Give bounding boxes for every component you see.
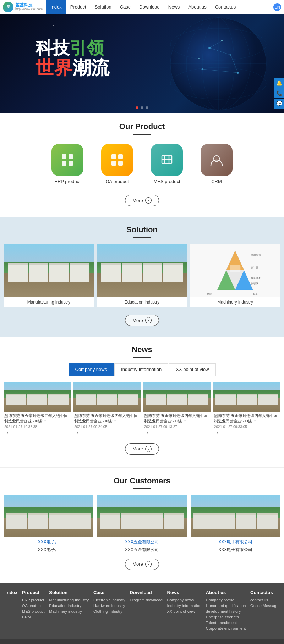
footer-item-erp[interactable]: ERP product bbox=[22, 598, 45, 602]
svg-rect-25 bbox=[118, 161, 123, 166]
footer-item-enterprise-strength[interactable]: Enterprise strength bbox=[206, 615, 246, 619]
news-line bbox=[133, 357, 151, 358]
footer-item-talent[interactable]: Talent recruitment bbox=[206, 621, 246, 625]
product-item-erp[interactable]: ERP product bbox=[51, 144, 83, 184]
hero-sidebar-btns: 🔔 📞 💬 bbox=[274, 78, 284, 109]
footer-col-title-product[interactable]: Product bbox=[22, 590, 45, 595]
news-date-3: 2021-01-27 09:13:27 bbox=[144, 425, 210, 429]
customers-title: Our Customers bbox=[0, 476, 284, 485]
svg-rect-19 bbox=[69, 154, 73, 159]
footer-item-xx-view[interactable]: XX point of view bbox=[167, 609, 202, 614]
news-item-3[interactable]: 墨德东莞 五金家居连续四年入选中国制造业民营企业500强12 2021-01-2… bbox=[143, 382, 211, 437]
news-item-2[interactable]: 墨德东莞 五金家居连续四年入选中国制造业民营企业500强12 2021-01-2… bbox=[73, 382, 141, 437]
news-arrow-3: → bbox=[144, 430, 210, 435]
solution-item-machinery[interactable]: 智能制造 管理 服务 云计算 移动商务 物联网 Machinery indust… bbox=[190, 244, 280, 307]
news-title: News bbox=[0, 345, 284, 354]
news-date-4: 2021-01-27 09:33:05 bbox=[214, 425, 280, 429]
products-title: Our Product bbox=[0, 122, 284, 131]
solution-item-education[interactable]: Education industry bbox=[97, 244, 187, 307]
footer-item-oa[interactable]: OA product bbox=[22, 604, 45, 608]
hero-dot-1[interactable] bbox=[136, 106, 138, 109]
customer-img-2 bbox=[97, 495, 187, 537]
nav-item-about[interactable]: About us bbox=[184, 0, 211, 14]
footer-item-mes[interactable]: MES product bbox=[22, 609, 45, 614]
footer-item-dev-history[interactable]: development history bbox=[206, 609, 246, 614]
navbar: 基 基基科技 http://www.xxx.com Index Product … bbox=[0, 0, 284, 14]
product-icon-erp bbox=[51, 144, 83, 176]
news-tab-industry[interactable]: Industry information bbox=[114, 363, 168, 376]
footer-col-title-case[interactable]: Case bbox=[93, 590, 125, 595]
footer-item-machinery[interactable]: Machinery industry bbox=[49, 609, 89, 614]
message-btn[interactable]: 💬 bbox=[274, 99, 284, 109]
news-tab-company[interactable]: Company news bbox=[69, 363, 114, 376]
svg-rect-21 bbox=[69, 161, 73, 166]
nav-item-index[interactable]: Index bbox=[46, 0, 66, 14]
news-item-1[interactable]: 墨德东莞 五金家居连续四年入选中国制造业民营企业500强12 2021-01-2… bbox=[4, 382, 71, 437]
footer-col-title-index[interactable]: Index bbox=[5, 590, 17, 595]
footer-item-crm[interactable]: CRM bbox=[22, 615, 45, 619]
footer-item-hardware[interactable]: Hardware industry bbox=[93, 604, 125, 608]
hero-dot-3[interactable] bbox=[146, 106, 148, 109]
products-more: More › bbox=[0, 191, 284, 213]
customer-name-1: XXX电子厂 bbox=[4, 547, 93, 553]
customers-more-btn[interactable]: More › bbox=[125, 559, 159, 570]
footer-col-title-solution[interactable]: Solution bbox=[49, 590, 89, 595]
nav-item-case[interactable]: Case bbox=[116, 0, 135, 14]
footer-item-mfg[interactable]: Manufacturing Industry bbox=[49, 598, 89, 602]
customer-link-1[interactable]: XXX电子厂 bbox=[4, 537, 93, 547]
customer-name-2: XXX五金有限公司 bbox=[97, 547, 187, 553]
footer-item-online-message[interactable]: Online Message bbox=[250, 604, 279, 608]
product-item-oa[interactable]: OA product bbox=[101, 144, 133, 184]
footer-col-title-contact[interactable]: Contactus bbox=[250, 590, 279, 595]
footer-col-title-download[interactable]: Download bbox=[130, 590, 162, 595]
customer-img-3 bbox=[191, 495, 280, 537]
footer-item-contact-us[interactable]: contact us bbox=[250, 598, 279, 602]
nav-item-solution[interactable]: Solution bbox=[91, 0, 116, 14]
nav-item-news[interactable]: News bbox=[164, 0, 184, 14]
lang-switch[interactable]: EN bbox=[273, 3, 281, 11]
footer-col-contact: Contactus contact us Online Message bbox=[250, 590, 279, 632]
product-item-mes[interactable]: MES product bbox=[151, 144, 183, 184]
footer-item-program-download[interactable]: Program download bbox=[130, 598, 162, 602]
phone-btn[interactable]: 📞 bbox=[274, 88, 284, 98]
footer-col-news: News Company news Industry information X… bbox=[167, 590, 202, 632]
product-item-crm[interactable]: CRM bbox=[201, 144, 233, 184]
footer-item-edu[interactable]: Education Industry bbox=[49, 604, 89, 608]
nav-item-contact[interactable]: Contactus bbox=[211, 0, 240, 14]
news-date-2: 2021-01-27 09:24:05 bbox=[74, 425, 140, 429]
products-more-btn[interactable]: More › bbox=[125, 195, 159, 206]
svg-rect-22 bbox=[111, 154, 116, 159]
footer-item-company-profile[interactable]: Company profile bbox=[206, 598, 246, 602]
hero-dot-2[interactable] bbox=[141, 106, 143, 109]
footer-col-title-news[interactable]: News bbox=[167, 590, 202, 595]
solution-more-btn[interactable]: More › bbox=[125, 315, 159, 326]
footer-item-company-news[interactable]: Company news bbox=[167, 598, 202, 602]
product-label-mes: MES product bbox=[153, 179, 180, 184]
product-label-erp: ERP product bbox=[54, 179, 80, 184]
footer-item-honor[interactable]: Honor and qualification bbox=[206, 604, 246, 608]
customer-item-2[interactable]: XXX五金有限公司 XXX五金有限公司 bbox=[97, 495, 187, 553]
footer-col-title-about[interactable]: About us bbox=[206, 590, 246, 595]
nav-item-download[interactable]: Download bbox=[135, 0, 164, 14]
customer-link-2[interactable]: XXX五金有限公司 bbox=[97, 537, 187, 547]
footer-item-electronic[interactable]: Electronic industry bbox=[93, 598, 125, 602]
news-item-4[interactable]: 墨德东莞 五金家居连续四年入选中国制造业民营企业500强12 2021-01-2… bbox=[213, 382, 280, 437]
footer-item-corporate-env[interactable]: Corporate environment bbox=[206, 626, 246, 631]
logo[interactable]: 基 基基科技 http://www.xxx.com bbox=[3, 2, 43, 12]
svg-text:服务: 服务 bbox=[253, 293, 258, 295]
hero-dots bbox=[136, 106, 148, 109]
solution-item-manufacturing[interactable]: Manufacturing industry bbox=[4, 244, 94, 307]
notification-btn[interactable]: 🔔 bbox=[274, 78, 284, 88]
customer-item-1[interactable]: XXX电子厂 XXX电子厂 bbox=[4, 495, 93, 553]
footer-item-clothing[interactable]: Clothing industry bbox=[93, 609, 125, 614]
news-more: More › bbox=[0, 441, 284, 460]
customer-link-3[interactable]: XXX电子有限公司 bbox=[191, 537, 280, 547]
news-tab-view[interactable]: XX point of view bbox=[169, 363, 215, 376]
nav-item-product[interactable]: Product bbox=[66, 0, 91, 14]
news-arrow-2: → bbox=[74, 430, 140, 435]
footer-col-about: About us Company profile Honor and quali… bbox=[206, 590, 246, 632]
news-more-btn[interactable]: More › bbox=[125, 443, 159, 455]
customer-item-3[interactable]: XXX电子有限公司 XXX电子有限公司 bbox=[191, 495, 280, 553]
customers-line bbox=[133, 488, 151, 489]
footer-item-industry-info[interactable]: Industry information bbox=[167, 604, 202, 608]
